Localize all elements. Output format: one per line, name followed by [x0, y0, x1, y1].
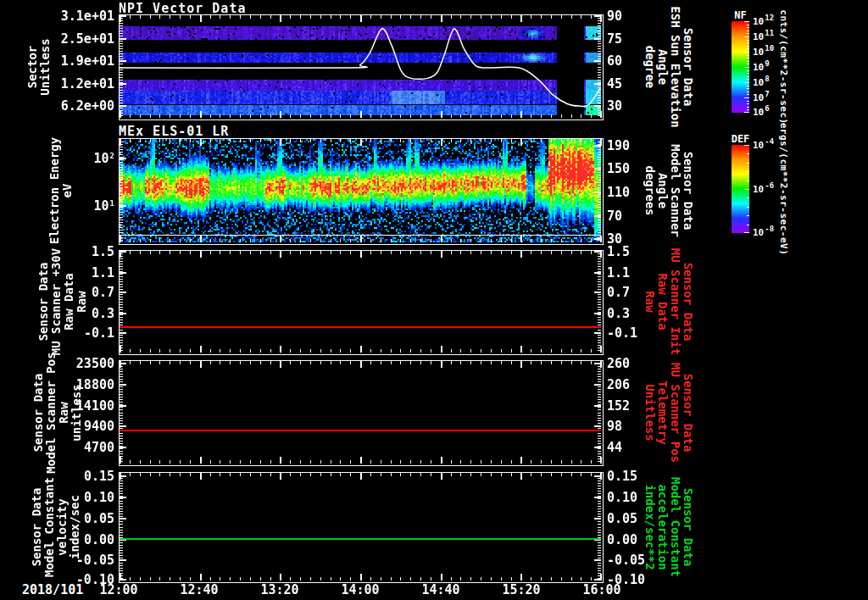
y-minor-tick — [120, 95, 123, 96]
y-tick-label-left: 0.3 — [92, 306, 114, 321]
x-minor-tick — [260, 349, 261, 353]
x-minor-tick — [420, 473, 421, 476]
x-minor-tick — [481, 114, 481, 118]
y-tick-label-right: 0.10 — [607, 490, 637, 505]
y-minor-tick — [598, 309, 601, 310]
y-minor-tick — [598, 443, 601, 444]
x-minor-tick — [190, 239, 191, 242]
y-minor-tick — [120, 43, 123, 44]
x-minor-tick — [170, 349, 170, 353]
y-minor-tick — [120, 550, 123, 551]
y-minor-tick — [120, 69, 123, 70]
y-minor-tick — [598, 281, 601, 282]
x-minor-tick — [150, 473, 151, 476]
x-minor-tick — [190, 15, 191, 19]
y-minor-tick — [120, 325, 123, 325]
x-minor-tick — [300, 361, 301, 364]
y-minor-tick — [598, 175, 601, 175]
y-major-tick — [120, 158, 126, 159]
x-minor-tick — [230, 15, 231, 19]
y-minor-tick — [120, 488, 123, 489]
x-minor-tick — [220, 577, 220, 581]
panel-box-2 — [119, 138, 604, 245]
x-minor-tick — [381, 15, 381, 19]
y-minor-tick — [120, 443, 123, 444]
x-minor-tick — [410, 251, 411, 254]
x-minor-tick — [260, 361, 261, 364]
y-minor-tick — [120, 222, 123, 223]
y-minor-tick — [120, 108, 123, 108]
x-minor-tick — [240, 139, 241, 142]
y-minor-tick — [120, 418, 123, 419]
x-minor-tick — [250, 349, 251, 353]
y-tick-label-right: 0.3 — [607, 306, 630, 321]
x-minor-tick — [551, 139, 552, 142]
x-minor-tick — [451, 15, 452, 19]
x-minor-tick — [220, 473, 220, 476]
y-minor-tick — [120, 192, 123, 192]
colorbar-minor-tick — [747, 40, 749, 41]
y-major-tick — [120, 447, 126, 448]
y-axis-title-right: Sensor Data ESH Sun Elevation Angle degr… — [643, 6, 694, 127]
x-minor-tick — [460, 239, 461, 242]
x-minor-tick — [270, 460, 271, 464]
y-major-tick — [594, 192, 601, 193]
x-minor-tick — [381, 349, 381, 353]
x-minor-tick — [381, 251, 381, 254]
x-minor-tick — [250, 114, 251, 118]
x-minor-tick — [260, 239, 261, 242]
colorbar-tick-label: 1012 — [753, 16, 774, 27]
y-minor-tick — [598, 72, 601, 73]
x-minor-tick — [230, 239, 231, 242]
x-minor-tick — [571, 139, 572, 142]
x-tick-label: 12:00 — [99, 582, 137, 597]
x-minor-tick — [210, 15, 211, 19]
x-minor-tick — [331, 361, 331, 364]
y-minor-tick — [598, 269, 601, 269]
x-minor-tick — [460, 15, 461, 19]
y-minor-tick — [120, 264, 123, 264]
y-minor-tick — [598, 31, 601, 31]
x-minor-tick — [270, 361, 271, 364]
x-minor-tick — [391, 460, 392, 464]
y-minor-tick — [598, 25, 601, 26]
y-minor-tick — [120, 87, 123, 88]
x-minor-tick — [591, 577, 592, 581]
y-major-tick — [594, 168, 601, 169]
y-minor-tick — [598, 570, 601, 571]
y-minor-tick — [598, 376, 601, 377]
x-minor-tick — [571, 15, 572, 19]
x-minor-tick — [240, 251, 241, 254]
colorbar-major-tick — [744, 82, 749, 83]
y-minor-tick — [598, 407, 601, 408]
x-minor-tick — [180, 361, 181, 364]
y-minor-tick — [598, 337, 601, 338]
x-minor-tick — [250, 251, 251, 254]
y-minor-tick — [120, 33, 123, 34]
y-axis-title-left: Electron Energy eV — [48, 137, 74, 244]
x-major-tick — [441, 361, 442, 368]
x-major-tick — [360, 111, 362, 118]
y-minor-tick — [598, 154, 601, 155]
x-minor-tick — [541, 361, 542, 364]
y-minor-tick — [598, 535, 601, 536]
y-minor-tick — [598, 423, 601, 424]
x-major-tick — [600, 15, 602, 22]
x-minor-tick — [150, 251, 151, 254]
x-major-tick — [360, 236, 362, 242]
x-minor-tick — [290, 361, 291, 364]
y-tick-label-right: 0.00 — [607, 532, 637, 547]
x-minor-tick — [350, 15, 351, 19]
y-minor-tick — [120, 103, 123, 103]
x-minor-tick — [159, 577, 160, 581]
y-tick-label-left: 3.1e+01 — [61, 8, 114, 24]
x-minor-tick — [130, 139, 131, 142]
x-minor-tick — [391, 15, 392, 19]
y-minor-tick — [120, 369, 123, 369]
x-minor-tick — [541, 139, 542, 142]
x-minor-tick — [240, 361, 241, 364]
x-minor-tick — [410, 577, 411, 581]
y-minor-tick — [120, 194, 123, 195]
y-minor-tick — [598, 399, 601, 400]
y-minor-tick — [120, 225, 123, 225]
